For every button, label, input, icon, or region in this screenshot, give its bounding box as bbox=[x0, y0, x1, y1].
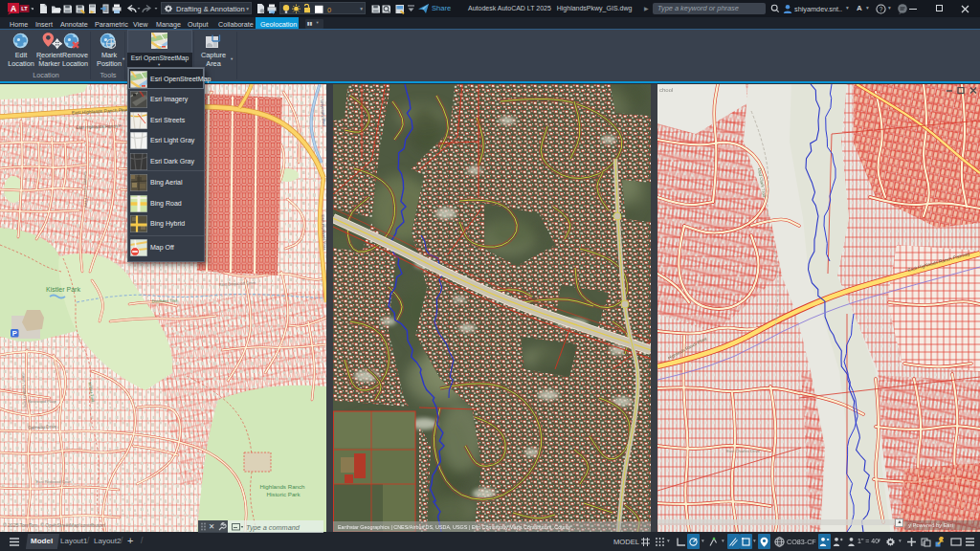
svg-text:Rosewood Place: Rosewood Place bbox=[28, 399, 57, 404]
svg-text:o: o bbox=[923, 540, 925, 545]
svg-text:East Redwood Court: East Redwood Court bbox=[36, 479, 73, 484]
svg-text:Historic Park: Historic Park bbox=[266, 491, 301, 497]
svg-text:East Charles Drive: East Charles Drive bbox=[726, 449, 761, 453]
svg-text:Earthstar Geographics | CNES/A: Earthstar Geographics | CNES/Airbus DS, … bbox=[338, 524, 571, 530]
svg-text:© 2025 TomTom, © OpenStreetMap: © 2025 TomTom, © OpenStreetMap contribut… bbox=[3, 522, 106, 528]
svg-text:Dutchess Trail: Dutchess Trail bbox=[152, 298, 178, 304]
svg-text:Gateway Drive: Gateway Drive bbox=[28, 424, 57, 430]
svg-text:Highlands Ranch: Highlands Ranch bbox=[259, 483, 305, 490]
svg-text:chool: chool bbox=[659, 87, 673, 93]
svg-text:Kistler Park: Kistler Park bbox=[46, 286, 80, 293]
svg-text:LT: LT bbox=[21, 6, 28, 11]
svg-text:0: 0 bbox=[327, 5, 331, 13]
svg-text:?: ? bbox=[880, 5, 883, 11]
svg-text:A: A bbox=[11, 4, 16, 13]
svg-text:P: P bbox=[12, 329, 17, 338]
